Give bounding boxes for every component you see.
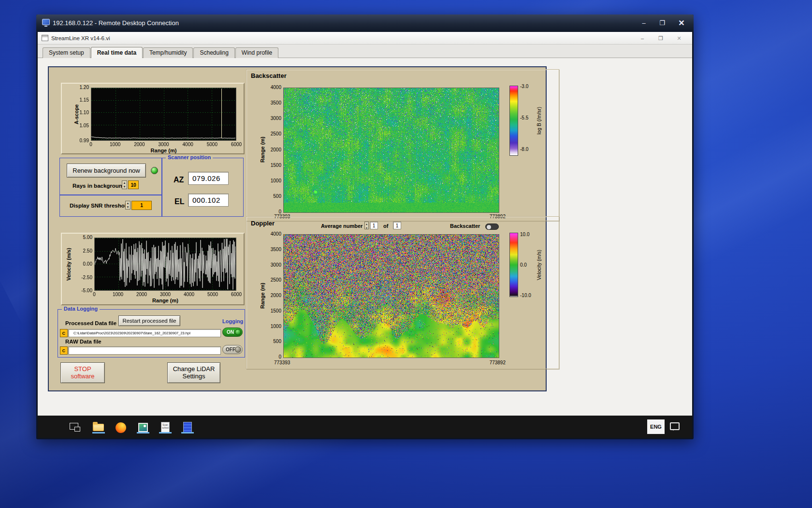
tick-label: 2500 — [262, 277, 281, 283]
velocity-x-axis-label: Range (m) — [94, 298, 236, 303]
tick-label: 2000 — [132, 292, 151, 297]
snr-spinner[interactable]: ▲▼ — [125, 201, 130, 209]
running-indicator — [181, 432, 194, 433]
raw-drive-box[interactable]: C — [60, 346, 68, 355]
rdp-client-area: StreamLine XR v14-6.vi – ❐ ✕ System setu… — [38, 32, 692, 438]
app-minimize-button[interactable]: – — [635, 34, 650, 43]
app-titlebar[interactable]: StreamLine XR v14-6.vi – ❐ ✕ — [38, 32, 692, 45]
tick-label: 3500 — [262, 100, 281, 105]
change-lidar-settings-button[interactable]: Change LiDAR Settings — [167, 362, 220, 383]
tick-label: 1000 — [262, 178, 281, 183]
rdp-maximize-button[interactable]: ❐ — [654, 18, 670, 29]
stop-line2: software — [61, 373, 104, 380]
backscatter-colorbar-tick: -5.5 — [520, 115, 535, 120]
az-label: AZ — [174, 176, 184, 184]
rdp-titlebar[interactable]: 192.168.0.122 - Remote Desktop Connectio… — [36, 15, 694, 32]
document-app-button[interactable] — [180, 419, 195, 434]
tick-label: 1000 — [108, 292, 128, 297]
stop-software-button[interactable]: STOP software — [60, 362, 105, 383]
az-value-field[interactable]: 079.026 — [188, 172, 229, 185]
tick-label: 1000 — [105, 142, 125, 147]
renew-background-button[interactable]: Renew background now — [67, 164, 146, 178]
tick-label: 4000 — [178, 142, 198, 147]
language-button[interactable]: ENG — [647, 419, 665, 434]
tick-label: 500 — [262, 194, 281, 199]
doppler-backscatter-toggle[interactable] — [485, 224, 499, 230]
raw-off-toggle[interactable]: OFF — [222, 345, 243, 354]
desktop: 192.168.0.122 - Remote Desktop Connectio… — [0, 0, 812, 508]
running-indicator — [159, 432, 172, 433]
tick-label: 5000 — [203, 292, 222, 297]
ascope-canvas — [91, 88, 236, 140]
rays-value-field[interactable]: 10 — [128, 180, 139, 189]
tab-temp-humidity[interactable]: Temp/humidity — [143, 47, 193, 58]
rdp-minimize-button[interactable]: – — [636, 18, 652, 29]
backscatter-title: Backscatter — [251, 72, 287, 79]
app-close-button[interactable]: ✕ — [672, 34, 686, 43]
logging-label: Logging — [222, 318, 243, 324]
raw-path-input[interactable] — [68, 346, 221, 355]
doppler-backscatter-toggle-label: Backscatter — [450, 223, 480, 229]
photos-button[interactable] — [135, 419, 151, 434]
doppler-x-right-label: 773892 — [477, 360, 506, 365]
scan-schedule-button[interactable]: Scan sched — [158, 419, 173, 434]
processed-path-input[interactable]: C:\Lidar\Data\Proc\2023\202309\20230907\… — [68, 329, 221, 337]
running-indicator — [92, 432, 105, 433]
tab-wind-profile[interactable]: Wind profile — [235, 47, 278, 58]
app-window: StreamLine XR v14-6.vi – ❐ ✕ System setu… — [38, 32, 692, 416]
tick-label: 3000 — [154, 142, 174, 147]
tick-label: 3500 — [262, 247, 281, 252]
ascope-group: A-scope Range (m) 1.201.151.101.050.9901… — [61, 83, 245, 154]
stop-line1: STOP — [61, 365, 104, 373]
tick-label: 1000 — [262, 324, 281, 329]
logging-on-toggle[interactable]: ON — [222, 328, 243, 337]
tick-label: 6000 — [227, 292, 246, 297]
tick-label: 6000 — [227, 142, 246, 147]
tick-label: 1.20 — [62, 85, 89, 90]
renew-background-label: Renew background now — [72, 167, 140, 174]
processed-drive-box[interactable]: C — [60, 329, 68, 337]
data-logging-title: Data Logging — [62, 306, 100, 312]
scan-schedule-icon: Scan sched — [161, 422, 170, 433]
velocity-canvas — [95, 238, 236, 290]
app-restore-button[interactable]: ❐ — [653, 34, 668, 43]
velocity-plot — [94, 238, 236, 291]
processed-file-label: Processed Data file — [65, 320, 116, 326]
snr-threshold-label: Display SNR threshold — [70, 203, 130, 209]
el-value-field[interactable]: 000.102 — [188, 194, 229, 207]
doppler-colorbar — [509, 233, 518, 297]
firefox-button[interactable] — [113, 419, 129, 434]
app-body: A-scope Range (m) 1.201.151.101.050.9901… — [38, 58, 692, 416]
backscatter-colorbar-tick: -3.0 — [520, 84, 535, 89]
average-total-input[interactable]: 1 — [393, 222, 401, 229]
tick-label: 1.10 — [62, 110, 89, 115]
task-view-button[interactable] — [67, 419, 82, 434]
doppler-colorbar-tick: 10.0 — [520, 232, 536, 237]
tick-label: 5.00 — [62, 235, 92, 240]
tab-scheduling[interactable]: Scheduling — [193, 47, 234, 58]
average-number-label: Average number — [321, 223, 362, 229]
restart-processed-button[interactable]: Restart processed file — [118, 315, 180, 326]
tick-label: 2000 — [262, 293, 281, 298]
rdp-window: 192.168.0.122 - Remote Desktop Connectio… — [36, 15, 694, 439]
raw-off-label: OFF — [226, 347, 235, 352]
tick-label: 500 — [262, 339, 281, 344]
rdp-close-button[interactable]: ✕ — [673, 18, 690, 29]
average-number-input[interactable]: 1 — [370, 222, 378, 229]
notification-chat-icon[interactable] — [670, 422, 680, 430]
snr-value-field[interactable]: 1 — [131, 201, 152, 210]
rays-in-background-label: Rays in background — [72, 183, 126, 189]
renew-led — [151, 167, 158, 174]
ascope-plot — [91, 88, 236, 141]
rays-spinner[interactable]: ▲▼ — [122, 180, 127, 189]
tab-real-time-data[interactable]: Real time data — [91, 47, 143, 58]
tick-label: 0 — [262, 209, 281, 214]
tick-label: 0 — [81, 142, 101, 147]
file-explorer-button[interactable] — [91, 419, 106, 434]
el-label: EL — [174, 197, 184, 206]
average-number-spinner[interactable]: ▲▼ — [364, 222, 369, 229]
tab-system-setup[interactable]: System setup — [43, 47, 90, 58]
velocity-group: Velocity (m/s) Range (m) 5.002.500.00-2.… — [61, 233, 245, 305]
tick-label: -2.50 — [62, 275, 92, 280]
tick-label: 1.15 — [62, 97, 89, 103]
